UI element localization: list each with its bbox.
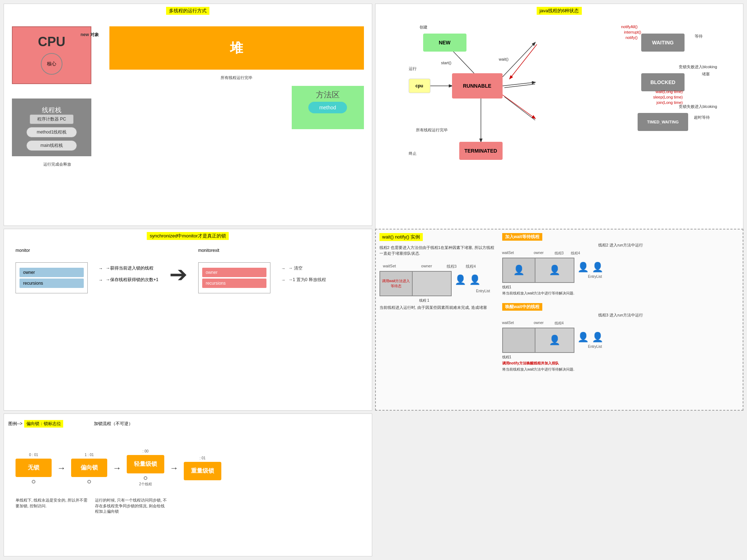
- monitor-section: monitor owner recursions → →获得当前进入锁的线程 →…: [8, 251, 368, 297]
- interrupt-label: interrupt(): [624, 30, 641, 34]
- sleep-long-label: sleep(Long time): [653, 95, 683, 99]
- person-owner-3: 👤: [549, 334, 560, 346]
- waitset-col-3: waitSet: [502, 321, 514, 326]
- method-area-box: 方法区 method: [292, 86, 364, 129]
- panel-2-title: java线程的6种状态: [537, 7, 582, 15]
- section-2-title: 唤醒wait中的线程: [502, 303, 542, 311]
- thread3-col-2: 线程3: [555, 251, 564, 256]
- cpu-label: CPU: [38, 34, 65, 49]
- run-complete-label: 运行完成会释放: [12, 162, 102, 167]
- section-1-subtitle: 线程2 进入run方法中运行: [502, 242, 739, 248]
- entrylist-3: EntryList: [588, 345, 603, 349]
- notify-label: notify(): [625, 35, 638, 40]
- person-r4: 👤: [592, 262, 603, 273]
- monitorexit-owner-field: owner: [202, 268, 266, 277]
- state-timed-waiting: TIMED_WAITING: [638, 113, 688, 131]
- monitorexit-arrow-desc: → → 清空 → →1 置为0 释放线程: [281, 265, 326, 283]
- lock-desc-section: 单线程下, 线程永远是安全的, 所以并不需要加锁, 控制访问. 运行的时候, 只…: [8, 498, 368, 514]
- blocked-label: 堵塞: [702, 71, 710, 77]
- method1-box: method1线程栈: [26, 127, 77, 137]
- bits-0: 0 : 01: [29, 453, 38, 457]
- wn-section-1: 加入wait等待线程 线程2 进入run方法中运行 waitSet owner …: [502, 233, 739, 296]
- state-waiting: WAITING: [641, 34, 685, 52]
- lock-fail2-label: 竞锁失败进入blcoking: [679, 104, 717, 109]
- owner-col-3: owner: [534, 321, 543, 326]
- person-r5: 👤: [592, 332, 603, 343]
- waitset-col-2: waitSet: [502, 251, 514, 256]
- clear-desc: → 清空: [288, 265, 303, 271]
- thread-stack-box: 线程栈 程序计数器 PC method1线程栈 main线程栈: [12, 99, 91, 156]
- monitor-diagram-2: 👤 👤: [502, 258, 574, 283]
- thread-stack-title: 线程栈: [42, 106, 61, 114]
- cpu-core: 核心: [41, 53, 62, 75]
- all-threads-done: 所有线程运行完毕: [221, 75, 252, 80]
- recursions-desc: →保存线程获得锁的次数+1: [106, 277, 158, 283]
- entrylist-1: EntryList: [476, 289, 490, 293]
- person-thread3: 👤: [455, 274, 466, 285]
- thread1-3: 线程1: [502, 355, 739, 360]
- wait-long-label: wait(Long time): [656, 89, 683, 94]
- panel-wait-notify: wait() notify() 实例 线程2 也需要进入方法但由于线程1在某种因…: [375, 229, 744, 411]
- arrow-1: →: [57, 463, 66, 473]
- owner-col-2: owner: [534, 251, 543, 256]
- arrow-3: →: [170, 463, 178, 473]
- lock-no-lock: 无锁: [16, 459, 52, 477]
- state-cpu: cpu: [409, 79, 430, 93]
- panel-3-title: synchronized中monitor才是真正的锁: [147, 232, 229, 240]
- panel-lock-levels: 图例--> 偏向锁：锁标志位 加锁流程（不可逆） 0 : 01 无锁 → 1 :…: [4, 414, 372, 556]
- state-new: NEW: [423, 34, 466, 52]
- monitorexit-box: owner recursions: [198, 262, 270, 293]
- owner-col-1: owner: [421, 264, 432, 269]
- wn-title: wait() notify() 实例: [379, 233, 423, 241]
- panel-multithreading: 多线程的运行方式 CPU 核心 线程栈 程序计数器 PC method1线程栈: [4, 4, 372, 226]
- red-text-1: 调用wait方法进入等待态: [382, 279, 410, 289]
- recursions-field: recursions: [19, 279, 84, 288]
- section-1-desc: 将当前线程放入wait方法中进行等待解决问题.: [502, 291, 603, 296]
- start-label: start(): [441, 61, 452, 65]
- wn-section-2: 唤醒wait中的线程 线程3 进入run方法中运行 waitSet owner …: [502, 303, 739, 372]
- state-terminated: TERMINATED: [459, 142, 503, 160]
- monitorexit-label: monitorexit: [198, 248, 220, 253]
- thread4-col-1: 线程4: [466, 264, 476, 269]
- heap-label: 堆: [230, 39, 243, 57]
- thread1-2: 线程1: [502, 285, 739, 290]
- create-label: 创建: [420, 25, 427, 30]
- clear-arrow: →: [281, 266, 286, 271]
- recursions-arrow: →: [99, 277, 103, 283]
- notifyall-label: notifyAll(): [621, 25, 638, 29]
- all-done-label2: 所有线程运行完毕: [416, 127, 448, 133]
- cpu-box: CPU 核心: [12, 26, 91, 84]
- pc-box: 程序计数器 PC: [30, 114, 74, 124]
- thread3-col-1: 线程3: [447, 264, 457, 269]
- state-runnable: RUNNABLE: [452, 73, 503, 99]
- owner-field: owner: [19, 268, 84, 277]
- person-thread4: 👤: [469, 274, 481, 285]
- desc-2: 运行的时候, 只有一个线程访问同步锁, 不存在多线程竞争同步锁的情况, 则会给线…: [95, 498, 167, 514]
- wait-label: wait(): [499, 57, 509, 61]
- thread1-label-1: 线程 1: [419, 298, 429, 303]
- zero-desc: →1 置为0 释放线程: [288, 277, 326, 283]
- state-blocked: BLOCKED: [641, 73, 685, 91]
- person-r3: 👤: [577, 262, 589, 273]
- bias-lock-label: 偏向锁：锁标志位: [24, 420, 63, 428]
- thread4-col-3: 线程4: [555, 321, 564, 326]
- lock-light: 轻量级锁: [127, 455, 164, 473]
- owner-arrow: →: [99, 266, 103, 271]
- core-label: 核心: [47, 61, 56, 67]
- waitset-box-2: 👤: [503, 258, 535, 282]
- person-in-wait: 👤: [513, 264, 525, 276]
- monitor-label: monitor: [16, 248, 30, 253]
- monitor-box: owner recursions: [16, 262, 88, 293]
- first-desc: 当前线程进入运行时, 由于因某些因素而就难未完成, 造成堵塞: [379, 305, 495, 310]
- waitset-col-1: waitSet: [383, 264, 396, 269]
- heap-box: 堆 new 对象: [109, 26, 364, 70]
- bits-2: : 00: [143, 449, 149, 453]
- monitor-diagram-1: 调用wait方法进入等待态: [379, 271, 452, 296]
- lock-bias: 偏向锁: [71, 459, 107, 477]
- svg-line-5: [504, 84, 535, 88]
- waitset-box-3: [503, 328, 535, 352]
- arrow-2: →: [113, 463, 121, 473]
- end-label: 终止: [409, 151, 417, 156]
- bits-3: : 01: [200, 456, 206, 460]
- timeout-wait-label: 超时等待: [694, 115, 710, 120]
